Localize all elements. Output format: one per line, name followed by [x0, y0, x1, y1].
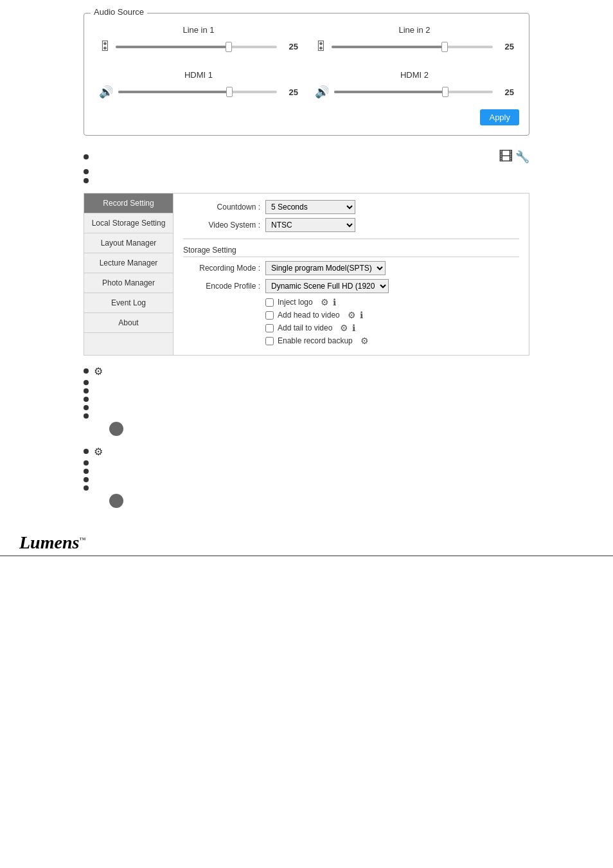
- checkbox-inject-logo-label: Inject logo: [278, 298, 313, 307]
- enable-backup-settings-icon[interactable]: ⚙: [360, 336, 369, 346]
- slider-track-line2: [332, 46, 493, 48]
- circle-bullet-1: [109, 422, 123, 436]
- bullet-row-1: 🎞 🔧: [84, 149, 529, 165]
- slider-row-line2: 🎛 25: [315, 40, 514, 53]
- add-tail-help-icon[interactable]: ℹ: [352, 323, 355, 333]
- channel-label-line1: Line in 1: [182, 25, 214, 35]
- encode-profile-label: Encode Profile :: [183, 282, 260, 291]
- sidebar-item-about[interactable]: About: [84, 313, 173, 333]
- checkbox-add-head-input[interactable]: [265, 311, 274, 320]
- checkbox-add-head: Add head to video ⚙ ℹ: [265, 310, 519, 320]
- lumens-line: [0, 556, 613, 556]
- hdmi1-audio-icon: 🔊: [99, 85, 113, 99]
- countdown-select[interactable]: 5 Seconds: [265, 200, 355, 214]
- audio-grid: Line in 1 🎛 25 Line in 2 🎛 25: [94, 20, 519, 104]
- storage-setting-label: Storage Setting: [183, 246, 519, 257]
- inject-logo-help-icon[interactable]: ℹ: [333, 297, 336, 307]
- settings-content: Countdown : 5 Seconds Video System : NTS…: [173, 193, 529, 356]
- line2-audio-icon: 🎛: [315, 40, 326, 53]
- checkbox-enable-backup-label: Enable record backup: [278, 336, 353, 345]
- bullet-row-2: [84, 169, 529, 174]
- lb-row-2-2: [84, 460, 529, 466]
- lower-bullet-section-1: ⚙: [84, 365, 529, 436]
- sidebar-item-layout-manager[interactable]: Layout Manager: [84, 233, 173, 253]
- channel-label-line2: Line in 2: [398, 25, 430, 35]
- slider-fill-line1: [116, 46, 229, 48]
- sidebar-menu: Record Setting Local Storage Setting Lay…: [84, 193, 173, 356]
- sidebar-item-event-log[interactable]: Event Log: [84, 293, 173, 313]
- slider-thumb-hdmi2[interactable]: [442, 87, 449, 97]
- checkbox-enable-backup: Enable record backup ⚙: [265, 336, 519, 346]
- audio-channel-hdmi2: HDMI 2 🔊 25: [310, 65, 519, 104]
- lb-row-2-4: [84, 477, 529, 482]
- lb-dot-1-1: [84, 368, 89, 374]
- video-system-select[interactable]: NTSC: [265, 218, 355, 232]
- apply-button[interactable]: Apply: [480, 109, 519, 125]
- lb-dot-2-1: [84, 449, 89, 454]
- bullet-dot-3: [84, 178, 89, 183]
- add-tail-settings-icon[interactable]: ⚙: [340, 323, 348, 333]
- slider-fill-hdmi1: [118, 91, 229, 93]
- checkbox-enable-backup-input[interactable]: [265, 337, 274, 345]
- line1-audio-icon: 🎛: [99, 40, 111, 53]
- bullet-dot-1: [84, 154, 89, 159]
- sidebar-item-local-storage-setting[interactable]: Local Storage Setting: [84, 213, 173, 233]
- audio-channel-line1: Line in 1 🎛 25: [94, 20, 303, 59]
- bullet-dot-2: [84, 169, 89, 174]
- lower-bullet-section-2: ⚙: [84, 446, 529, 508]
- lumens-logo: Lumens™: [19, 532, 85, 553]
- wrench-icon-1: 🔧: [515, 150, 529, 164]
- countdown-row: Countdown : 5 Seconds: [183, 200, 519, 214]
- slider-fill-hdmi2: [334, 91, 445, 93]
- slider-value-hdmi1: 25: [282, 87, 298, 97]
- top-bullet-section: 🎞 🔧: [84, 149, 529, 183]
- checkbox-add-tail: Add tail to video ⚙ ℹ: [265, 323, 519, 333]
- inject-logo-settings-icon[interactable]: ⚙: [321, 297, 329, 307]
- video-system-label: Video System :: [183, 221, 260, 230]
- footer: Lumens™: [0, 534, 613, 566]
- gear-icon-1-1: ⚙: [94, 365, 105, 377]
- lb-dot-1-3: [84, 388, 89, 393]
- checkbox-add-tail-input[interactable]: [265, 324, 274, 332]
- lb-dot-1-2: [84, 380, 89, 385]
- add-head-settings-icon[interactable]: ⚙: [348, 310, 356, 320]
- audio-channel-hdmi1: HDMI 1 🔊 25: [94, 65, 303, 104]
- encode-profile-row: Encode Profile : Dynamic Scene Full HD (…: [183, 279, 519, 293]
- add-head-help-icon[interactable]: ℹ: [360, 310, 363, 320]
- slider-thumb-hdmi1[interactable]: [226, 87, 233, 97]
- slider-value-line1: 25: [282, 42, 298, 51]
- slider-row-hdmi2: 🔊 25: [315, 85, 514, 99]
- audio-source-label: Audio Source: [91, 7, 147, 17]
- lb-dot-1-6: [84, 413, 89, 419]
- lb-row-1-5: [84, 405, 529, 410]
- hdmi2-audio-icon: 🔊: [315, 85, 329, 99]
- lb-row-1-6: [84, 413, 529, 419]
- lb-row-2-1: ⚙: [84, 446, 529, 457]
- slider-thumb-line2[interactable]: [441, 42, 448, 52]
- sidebar-item-photo-manager[interactable]: Photo Manager: [84, 273, 173, 293]
- audio-source-section: Audio Source Line in 1 🎛 25 Line in 2 🎛: [84, 13, 529, 136]
- lb-dot-2-2: [84, 460, 89, 466]
- checkbox-inject-logo: Inject logo ⚙ ℹ: [265, 297, 519, 307]
- slider-thumb-line1[interactable]: [226, 42, 232, 52]
- lb-dot-2-3: [84, 469, 89, 474]
- checkbox-add-head-label: Add head to video: [278, 311, 340, 320]
- lb-row-2-5: [84, 485, 529, 491]
- divider-1: [183, 239, 519, 239]
- icon-group-1: 🎞 🔧: [499, 149, 529, 165]
- checkbox-inject-logo-input[interactable]: [265, 298, 274, 307]
- lb-row-1-4: [84, 397, 529, 402]
- lb-row-1-2: [84, 380, 529, 385]
- encode-profile-select[interactable]: Dynamic Scene Full HD (1920: [265, 279, 389, 293]
- video-system-row: Video System : NTSC: [183, 218, 519, 232]
- slider-value-hdmi2: 25: [498, 87, 514, 97]
- bullet-row-3: [84, 178, 529, 183]
- checkbox-add-tail-label: Add tail to video: [278, 323, 332, 332]
- sidebar-item-lecture-manager[interactable]: Lecture Manager: [84, 253, 173, 273]
- recording-mode-select[interactable]: Single program Model(SPTS): [265, 261, 386, 275]
- slider-value-line2: 25: [498, 42, 514, 51]
- sidebar-item-record-setting[interactable]: Record Setting: [84, 194, 173, 213]
- slider-track-hdmi1: [118, 91, 277, 93]
- audio-channel-line2: Line in 2 🎛 25: [310, 20, 519, 59]
- slider-fill-line2: [332, 46, 445, 48]
